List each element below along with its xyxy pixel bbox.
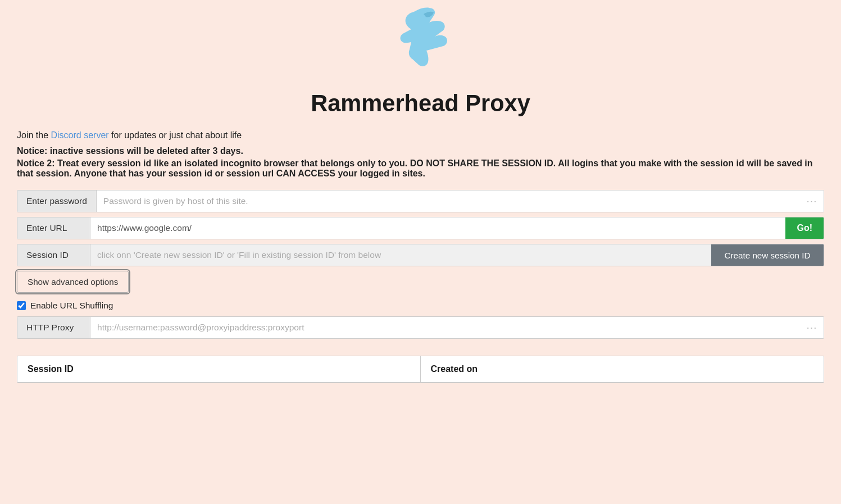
http-proxy-label: HTTP Proxy: [17, 317, 90, 338]
url-row: Enter URL Go!: [17, 217, 824, 239]
password-label: Enter password: [17, 190, 97, 212]
discord-link[interactable]: Discord server: [51, 130, 108, 140]
session-id-label: Session ID: [17, 244, 90, 266]
table-header-created-on: Created on: [421, 356, 824, 383]
sessions-table: Session ID Created on: [17, 356, 824, 383]
http-proxy-input[interactable]: [90, 317, 799, 338]
create-session-button[interactable]: Create new session ID: [711, 244, 824, 266]
url-shuffling-checkbox[interactable]: [17, 301, 26, 310]
intro-text-after: for updates or just chat about life: [109, 130, 242, 140]
intro-text-before: Join the: [17, 130, 51, 140]
password-input[interactable]: [97, 190, 799, 212]
password-more-icon[interactable]: ⋯: [799, 190, 824, 212]
logo-container: [17, 0, 824, 84]
session-id-input[interactable]: [90, 244, 711, 266]
http-proxy-row: HTTP Proxy ⋯: [17, 316, 824, 339]
page-title: Rammerhead Proxy: [17, 90, 824, 117]
password-row: Enter password ⋯: [17, 190, 824, 212]
url-shuffling-row: Enable URL Shuffling: [17, 301, 824, 311]
table-header-session-id: Session ID: [17, 356, 421, 383]
url-shuffling-label: Enable URL Shuffling: [30, 301, 113, 311]
url-label: Enter URL: [17, 217, 90, 239]
notice-1: Notice: inactive sessions will be delete…: [17, 146, 824, 156]
notice-block: Notice: inactive sessions will be delete…: [17, 146, 824, 179]
notice-2: Notice 2: Treat every session id like an…: [17, 158, 824, 179]
http-proxy-more-icon[interactable]: ⋯: [799, 317, 824, 338]
go-button[interactable]: Go!: [785, 217, 824, 239]
intro-text: Join the Discord server for updates or j…: [17, 130, 824, 140]
shark-logo: [384, 6, 457, 84]
table-header: Session ID Created on: [17, 356, 824, 383]
url-input[interactable]: [90, 217, 785, 239]
show-advanced-button[interactable]: Show advanced options: [17, 271, 129, 293]
session-id-row: Session ID Create new session ID: [17, 244, 824, 266]
